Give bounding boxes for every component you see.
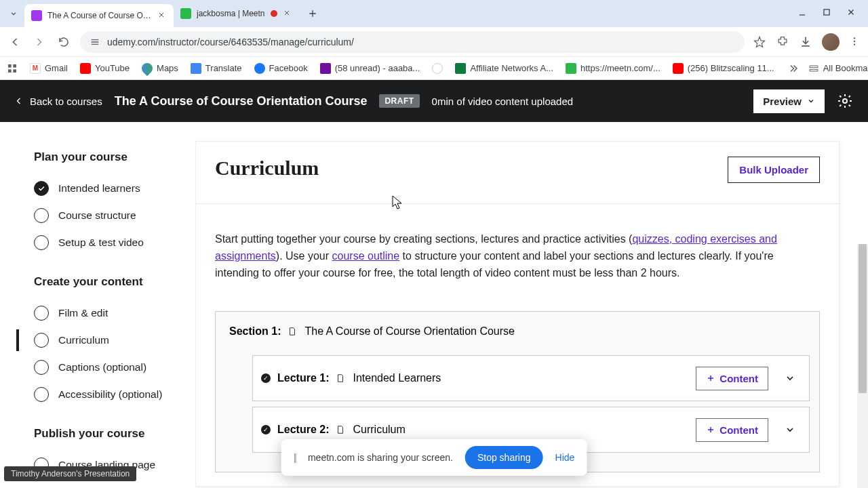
chevron-down-icon[interactable]	[779, 365, 801, 391]
page-heading: Curriculum	[215, 157, 319, 180]
settings-gear-icon[interactable]	[837, 93, 853, 109]
check-icon: ✓	[261, 373, 271, 383]
main-content: Curriculum Bulk Uploader Start putting t…	[195, 122, 868, 488]
close-icon[interactable]	[157, 11, 167, 20]
svg-rect-6	[8, 69, 12, 73]
bookmark-youtube[interactable]: YouTube	[80, 63, 130, 74]
lecture-label: Lecture 2:	[277, 424, 329, 436]
back-label: Back to courses	[30, 96, 102, 107]
profile-avatar[interactable]	[822, 33, 840, 51]
forward-button[interactable]	[31, 34, 47, 50]
svg-point-3	[854, 43, 855, 45]
screen-share-bar: || meetn.com is sharing your screen. Sto…	[281, 439, 587, 476]
lecture-title: Intended Learners	[353, 372, 441, 384]
bookmark-blitz[interactable]: (256) Blitzscaling 11...	[673, 63, 774, 74]
hide-link[interactable]: Hide	[555, 452, 575, 463]
apps-icon[interactable]	[7, 63, 18, 74]
browser-tab-strip: The A Course of Course Orienta jackbosma…	[0, 0, 868, 27]
meetn-favicon-icon	[180, 8, 191, 19]
lecture-label: Lecture 1:	[277, 372, 329, 384]
sidebar-heading-create: Create your content	[34, 275, 182, 289]
sidebar-item-accessibility[interactable]: Accessibility (optional)	[34, 381, 182, 408]
sidebar-heading-plan: Plan your course	[34, 150, 182, 164]
all-bookmarks-button[interactable]: All Bookmarks	[808, 63, 868, 74]
svg-point-8	[843, 99, 847, 103]
presentation-label: Timothy Anderson's Presentation	[4, 466, 136, 481]
bookmark-mail[interactable]: (58 unread) - aaaba...	[320, 63, 420, 74]
empty-check-icon	[34, 387, 49, 402]
preview-button[interactable]: Preview	[753, 89, 825, 113]
course-outline-link[interactable]: course outline	[332, 250, 400, 262]
svg-point-1	[854, 37, 855, 39]
browser-tab-inactive[interactable]: jackbosma | Meetn	[174, 4, 299, 23]
svg-rect-0	[824, 9, 829, 15]
section-label: Section 1:	[229, 325, 281, 338]
downloads-icon[interactable]	[799, 35, 812, 49]
maximize-icon[interactable]	[822, 7, 834, 20]
chevron-down-icon[interactable]	[779, 417, 801, 443]
window-controls	[797, 7, 859, 20]
menu-icon[interactable]	[849, 36, 861, 48]
close-icon[interactable]	[283, 9, 292, 18]
browser-toolbar: udemy.com/instructor/course/6463535/mana…	[0, 27, 868, 57]
close-window-icon[interactable]	[846, 7, 859, 20]
back-to-courses-link[interactable]: Back to courses	[15, 96, 102, 107]
scrollbar[interactable]	[857, 244, 868, 488]
sidebar-item-film-edit[interactable]: Film & edit	[34, 300, 182, 327]
tab-search-dropdown[interactable]	[5, 5, 22, 22]
empty-check-icon	[34, 360, 49, 375]
minimize-icon[interactable]	[797, 7, 810, 20]
reload-button[interactable]	[56, 34, 72, 50]
add-content-button[interactable]: Content	[696, 367, 768, 390]
empty-check-icon	[34, 333, 49, 348]
browser-tab-active[interactable]: The A Course of Course Orienta	[24, 4, 174, 27]
bookmark-generic[interactable]	[432, 63, 443, 74]
empty-check-icon	[34, 306, 49, 321]
check-icon	[34, 181, 49, 196]
document-icon	[336, 373, 346, 384]
bookmark-facebook[interactable]: Facebook	[254, 63, 308, 74]
bulk-uploader-button[interactable]: Bulk Uploader	[728, 157, 820, 183]
lecture-row[interactable]: ✓ Lecture 1: Intended Learners Content	[252, 355, 810, 401]
svg-rect-5	[13, 64, 16, 68]
sidebar-item-setup-test-video[interactable]: Setup & test video	[34, 229, 182, 256]
intro-text: Start putting together your course by cr…	[215, 231, 820, 281]
bookmark-meetn[interactable]: https://meetn.com/...	[566, 63, 660, 74]
star-icon[interactable]	[753, 35, 766, 49]
bookmark-translate[interactable]: Translate	[191, 63, 242, 74]
new-tab-button[interactable]	[303, 4, 322, 23]
bookmarks-overflow-icon[interactable]	[787, 62, 799, 75]
stop-sharing-button[interactable]: Stop sharing	[465, 446, 543, 469]
share-text: meetn.com is sharing your screen.	[308, 452, 453, 463]
empty-check-icon	[34, 208, 49, 223]
course-header: Back to courses The A Course of Course O…	[0, 80, 868, 122]
svg-rect-7	[13, 69, 16, 73]
tab-title: The A Course of Course Orienta	[47, 11, 152, 20]
section-title-row[interactable]: Section 1: The A Course of Course Orient…	[225, 325, 810, 350]
back-button[interactable]	[7, 34, 23, 50]
bookmark-gmail[interactable]: MGmail	[30, 63, 68, 74]
svg-rect-4	[8, 64, 12, 68]
sidebar-item-curriculum[interactable]: Curriculum	[34, 327, 182, 354]
bookmark-maps[interactable]: Maps	[142, 63, 178, 74]
add-content-button[interactable]: Content	[696, 418, 768, 442]
bookmarks-bar: MGmail YouTube Maps Translate Facebook (…	[0, 57, 868, 80]
address-bar[interactable]: udemy.com/instructor/course/6463535/mana…	[80, 31, 745, 53]
url-text: udemy.com/instructor/course/6463535/mana…	[107, 37, 354, 47]
drag-handle-icon[interactable]: ||	[294, 452, 296, 463]
bookmark-affiliate[interactable]: Affiliate Networks A...	[455, 63, 553, 74]
udemy-favicon-icon	[31, 10, 42, 21]
scrollbar-thumb[interactable]	[859, 244, 867, 393]
lecture-title: Curriculum	[353, 424, 405, 436]
sidebar-item-captions[interactable]: Captions (optional)	[34, 354, 182, 381]
site-settings-icon[interactable]	[90, 37, 100, 47]
sidebar-heading-publish: Publish your course	[34, 427, 182, 441]
document-icon	[288, 327, 298, 337]
draft-badge: DRAFT	[379, 94, 419, 108]
upload-status: 0min of video content uploaded	[432, 96, 573, 107]
sidebar-item-intended-learners[interactable]: Intended learners	[34, 175, 182, 202]
extensions-icon[interactable]	[776, 35, 789, 49]
svg-point-2	[854, 40, 855, 41]
check-icon: ✓	[261, 425, 271, 434]
sidebar-item-course-structure[interactable]: Course structure	[34, 202, 182, 229]
